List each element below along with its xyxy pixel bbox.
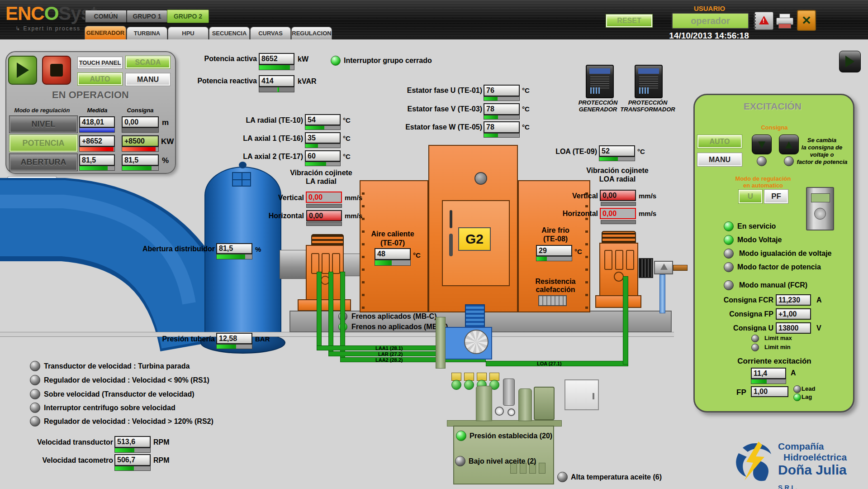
auto-button[interactable]: AUTO [78,73,122,85]
consigna-down-button[interactable]: ▼ [752,134,772,154]
limit-max-label: Limit max [764,335,792,341]
hpu-gauge2 [508,408,515,416]
estator-u-unit: °C [522,86,530,94]
heater-element-icon [538,295,567,306]
vel-tacometro-unit: RPM [153,456,170,465]
abertura-dist-label: Abertura distribuidor [140,245,215,253]
proteccion-tr-label1: PROTECCIÓN [619,99,677,106]
consigna-fcr-unit: A [816,296,822,304]
consigna-fp-field[interactable]: +1,00 [776,308,811,320]
vel-transductor-field: 513,6 [114,436,151,448]
touch-panel-button[interactable]: TOUCH PANEL [78,57,122,68]
shaft-left [280,250,308,279]
abertura-consigna-field[interactable]: 81,5 [122,154,159,166]
col-header-medida: Medida [79,107,115,114]
nav-next-button[interactable] [839,51,861,72]
proteccion-tr-label2: TRANSFORMADOR [619,106,677,113]
logo-tagline: ↳ Expert in process [15,25,81,32]
limit-min-led [751,344,759,351]
fp-label: FP [736,388,746,397]
logo-part1: ENC [5,3,44,24]
potencia-reactiva-field: 414 [259,75,294,87]
exc-manu-button[interactable]: MANU [697,153,742,166]
consigna-fcr-label: Consigna FCR [716,296,773,304]
loa-bearing-base [595,295,641,308]
company-logo-icon [733,439,778,483]
consigna-fcr-field[interactable]: 11,230 [776,294,811,306]
la-axial1-bar [305,144,341,148]
estator-w-bar [484,133,520,138]
lag-led [793,393,801,401]
cooler-motor [465,304,485,328]
stop-button[interactable] [42,56,71,85]
potencia-consigna-field[interactable]: +8500 [122,135,159,147]
mode-nivel-button[interactable]: NIVEL [9,116,77,133]
modo-manual-led [724,280,734,290]
status-led-1 [30,361,40,371]
operation-status: EN OPERACION [41,89,140,101]
reset-button[interactable]: RESET [606,14,652,27]
col-header-mode: Modo de regulación [13,107,71,114]
mode-potencia-button[interactable]: POTENCIA [9,135,77,152]
company-line1: Compañía [778,441,824,452]
nivel-consigna-field[interactable]: 0,00 [122,116,159,128]
loa-valve-assembly [654,261,673,274]
aire-caliente-label2: (TE-07) [365,239,420,247]
tab-regulacion[interactable]: REGULACION [291,27,332,39]
usuario-field[interactable]: operador [672,13,749,29]
nivel-medida-field: 418,01 [79,116,115,128]
vib-la-horizontal-unit: mm/s [345,212,362,220]
loa-grille [639,258,653,278]
pipe-label-loa: LOA (27.1) [537,361,562,366]
proteccion-generador-device [586,65,614,98]
la-bearing-body [306,245,344,300]
potencia-medida-bar [79,147,115,152]
tab-generador[interactable]: GENERADOR [85,26,126,39]
usuario-label: USUARIO [672,5,747,12]
presion-establecida-label: Presión establecida (20) [470,432,552,440]
exc-note-line4: factor de potencia [792,158,853,165]
interruptor-led [331,56,341,66]
hpu-gauge1 [495,407,504,416]
tab-grupo1[interactable]: GRUPO 1 [127,10,167,23]
close-button[interactable]: ✕ [797,10,816,31]
nivel-consigna-bar [122,128,159,133]
vib-la-horizontal-field: 0,00 [306,210,342,221]
header-bar: ENCOSyst ↳ Expert in process COMÚN GRUPO… [0,0,868,39]
tab-hpu[interactable]: HPU [168,27,209,39]
tab-grupo2[interactable]: GRUPO 2 [167,10,209,23]
tab-comun[interactable]: COMÚN [85,10,127,23]
loa-temp-label: LOA (TE-09) [547,148,597,156]
exc-u-button[interactable]: U [739,190,762,203]
consigna-u-field[interactable]: 13800 [776,322,811,334]
status-label-3: Sobre velocidad (Transductor de velocida… [44,390,194,398]
exc-pf-button[interactable]: PF [764,190,788,203]
tab-secuencia[interactable]: SECUENCIA [209,27,250,39]
frenos-no-aplicados-label: Frenos no aplicados (MB-O) [351,323,448,331]
generator-vent-circle [474,172,487,185]
start-button[interactable] [8,56,37,85]
la-axial1-field: 35 [305,132,341,144]
scada-button[interactable]: SCADA [126,56,170,68]
exc-auto-button[interactable]: AUTO [697,135,742,148]
modo-igualacion-led [724,249,734,259]
potencia-reactiva-label: Potencia reactiva [190,77,257,85]
modo-igualacion-label: Modo igualación de voltaje [739,249,831,258]
vib-loa-title1: Vibración cojinete [581,167,654,175]
stop-icon [50,64,63,77]
presion-tuberia-label: Presión tubería [154,335,215,343]
play-arrow-icon [845,56,854,67]
printer-icon[interactable] [776,14,792,28]
printer-tray [778,24,791,29]
la-axial2-bar [305,162,341,166]
manu-button[interactable]: MANU [126,73,170,86]
tank-port-4 [539,463,545,474]
excitacion-title: EXCITACIÓN [727,101,818,112]
tab-turbina[interactable]: TURBINA [127,27,167,39]
nivel-unit: m [162,118,169,127]
vib-la-vertical-label: Vertical [253,194,304,202]
alarm-log-icon[interactable]: ! [754,12,773,30]
floor-line [0,332,674,337]
presion-tuberia-unit: BAR [255,335,270,343]
tab-curvas[interactable]: CURVAS [250,27,291,39]
